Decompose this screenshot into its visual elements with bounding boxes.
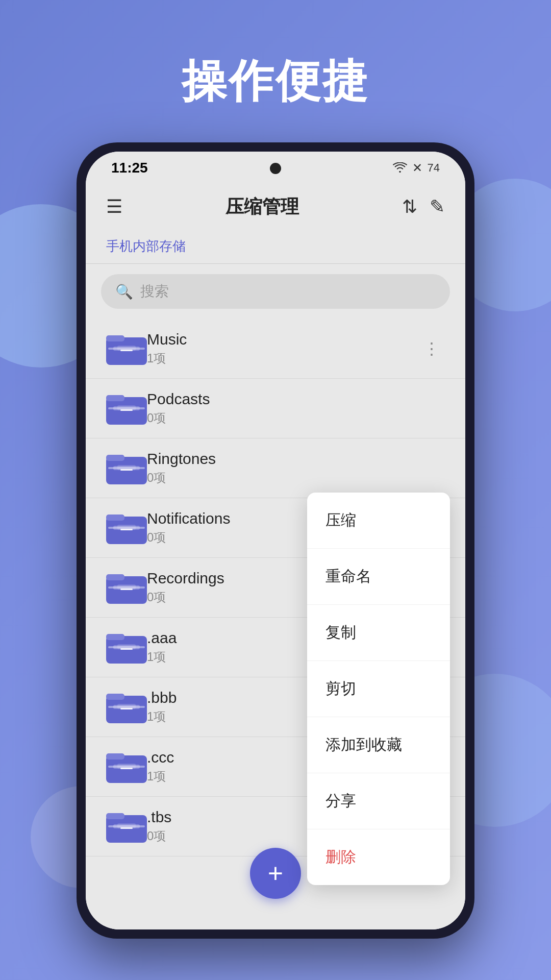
folder-icon: [106, 569, 147, 606]
search-icon: 🔍: [115, 283, 133, 300]
file-name: Podcasts: [147, 390, 445, 408]
status-icons: ✕ 74: [393, 161, 440, 175]
app-title: 压缩管理: [226, 194, 299, 219]
camera-notch: [270, 163, 281, 174]
file-name: Ringtones: [147, 450, 445, 468]
list-item[interactable]: Music 1项 ⋮: [86, 319, 465, 379]
fab-add-button[interactable]: +: [250, 848, 301, 899]
edit-icon[interactable]: ✎: [430, 196, 445, 217]
wifi-icon: [393, 162, 407, 174]
sort-icon[interactable]: ⇅: [402, 196, 417, 217]
context-menu: 压缩 重命名 复制 剪切 添加到收藏 分享 删除: [307, 493, 450, 885]
svg-rect-43: [106, 753, 124, 760]
menu-item-share[interactable]: 分享: [307, 773, 450, 829]
search-bar-container: 🔍 搜索: [86, 264, 465, 319]
file-info: Ringtones 0项: [147, 450, 445, 486]
menu-item-delete[interactable]: 删除: [307, 829, 450, 885]
top-bar: ☰ 压缩管理 ⇅ ✎: [86, 184, 465, 229]
menu-item-favorite[interactable]: 添加到收藏: [307, 717, 450, 773]
svg-rect-11: [120, 409, 133, 411]
folder-icon: [106, 808, 147, 845]
svg-rect-25: [106, 574, 124, 580]
more-icon[interactable]: ⋮: [418, 334, 445, 363]
file-name: Music: [147, 331, 418, 348]
file-info: Music 1项: [147, 331, 418, 366]
svg-rect-49: [106, 813, 124, 819]
folder-icon: [106, 390, 147, 427]
breadcrumb-text: 手机内部存储: [106, 238, 186, 254]
svg-rect-31: [106, 634, 124, 640]
file-list: Music 1项 ⋮ Podcasts 0项: [86, 319, 465, 929]
svg-rect-19: [106, 514, 124, 521]
svg-rect-17: [120, 469, 133, 471]
menu-item-rename[interactable]: 重命名: [307, 549, 450, 605]
svg-rect-29: [120, 589, 133, 590]
svg-rect-37: [106, 694, 124, 700]
menu-item-copy[interactable]: 复制: [307, 605, 450, 661]
svg-rect-35: [120, 648, 133, 650]
folder-icon: [106, 330, 147, 367]
svg-rect-5: [120, 350, 133, 351]
svg-rect-7: [106, 395, 124, 401]
signal-icon: ✕: [412, 161, 422, 175]
breadcrumb: 手机内部存储: [86, 229, 465, 263]
svg-rect-53: [120, 827, 133, 829]
folder-icon: [106, 689, 147, 725]
phone-screen: 11:25 ✕ 74 ☰ 压缩管理 ⇅ ✎: [86, 152, 465, 929]
svg-rect-1: [106, 335, 124, 341]
phone-frame: 11:25 ✕ 74 ☰ 压缩管理 ⇅ ✎: [77, 142, 474, 939]
fab-plus-icon: +: [268, 860, 283, 887]
menu-icon[interactable]: ☰: [106, 196, 122, 217]
menu-item-cut[interactable]: 剪切: [307, 661, 450, 717]
svg-rect-23: [120, 529, 133, 530]
search-placeholder: 搜索: [140, 282, 169, 301]
folder-icon: [106, 450, 147, 486]
file-count: 0项: [147, 410, 445, 426]
svg-rect-13: [106, 455, 124, 461]
folder-icon: [106, 629, 147, 666]
list-item[interactable]: Podcasts 0项: [86, 379, 465, 438]
status-bar: 11:25 ✕ 74: [86, 152, 465, 184]
svg-rect-41: [120, 708, 133, 709]
folder-icon: [106, 509, 147, 546]
folder-icon: [106, 748, 147, 785]
svg-rect-47: [120, 768, 133, 769]
search-bar[interactable]: 🔍 搜索: [101, 274, 450, 309]
status-time: 11:25: [111, 160, 148, 176]
battery-icon: 74: [428, 161, 440, 175]
top-bar-actions: ⇅ ✎: [402, 196, 445, 217]
file-info: Podcasts 0项: [147, 390, 445, 426]
list-item[interactable]: Ringtones 0项: [86, 438, 465, 498]
menu-item-compress[interactable]: 压缩: [307, 493, 450, 549]
file-count: 0项: [147, 470, 445, 486]
page-title: 操作便捷: [182, 51, 369, 112]
file-count: 1项: [147, 350, 418, 366]
